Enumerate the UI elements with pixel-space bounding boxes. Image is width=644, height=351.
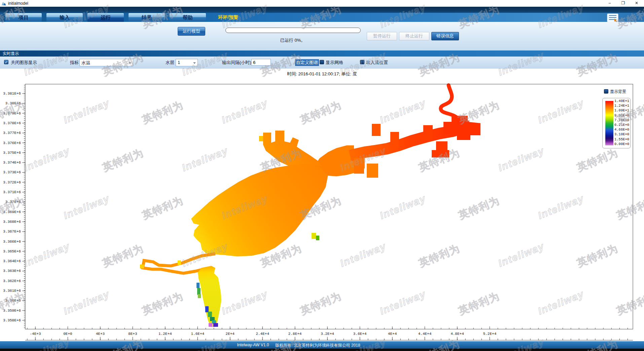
flow-positions-checkbox[interactable]: [360, 60, 364, 64]
y-axis-tick-label: 3.36E+6: [1, 299, 21, 303]
pause-run-button[interactable]: 暂停运行: [367, 32, 397, 40]
watermark-text: Inteliway: [378, 97, 428, 126]
progress-bar: [225, 28, 361, 33]
watermark-text: 英特利为: [298, 194, 344, 223]
tab-env-warning[interactable]: 环评/预警: [218, 14, 238, 21]
watermark-text: 英特利为: [101, 146, 146, 175]
watermark-text: 英特利为: [575, 146, 620, 175]
watermark-text: Inteliway: [338, 145, 388, 174]
watermark-text: Inteliway: [22, 240, 72, 269]
watermark-text: Inteliway: [180, 240, 230, 269]
x-axis-tick-label: 8E+3: [119, 332, 146, 336]
watermark-text: 英特利为: [575, 242, 620, 271]
watermark-text: Inteliway: [378, 288, 428, 317]
legend-value-label: 3.10E+0: [614, 132, 629, 136]
app-window: initialmodel – ❐ ✕ 项目输入运行结果帮助 环评/预警 运行模型…: [0, 0, 644, 351]
x-axis-tick-label: 4.8E+4: [444, 332, 471, 336]
show-background-checkbox[interactable]: [604, 89, 608, 94]
legend-value-label: 4.66E+0: [614, 128, 629, 132]
legend-value-label: 9.31E+0: [614, 113, 629, 117]
flow-positions-label: 出入流位置: [366, 60, 388, 66]
run-status-text: 已运行 0%。: [225, 37, 360, 43]
tab-input[interactable]: 输入: [46, 13, 83, 22]
y-axis-tick-label: 3.358E+6: [1, 318, 21, 322]
tab-run[interactable]: 运行: [87, 13, 124, 22]
x-axis-tick-label: 0E+0: [54, 332, 81, 336]
y-axis-tick-label: 3.376E+6: [1, 141, 21, 145]
y-axis-tick-label: 3.38E+6: [1, 101, 21, 105]
x-axis-tick-label: 5.2E+4: [476, 332, 503, 336]
y-axis-tick-label: 3.369E+6: [1, 210, 21, 214]
x-axis-tick-label: 3.2E+4: [314, 332, 341, 336]
y-axis-tick-label: 3.365E+6: [1, 249, 21, 253]
y-axis-tick-label: 3.359E+6: [1, 309, 21, 313]
show-grid-checkbox[interactable]: [320, 60, 324, 64]
legend-value-label: 6.21E+0: [614, 123, 629, 127]
y-axis-tick-label: 3.371E+6: [1, 190, 21, 194]
chart-time-label: 时间: 2016-01-01 12:00:17; 单位: 度: [0, 71, 644, 77]
close-button[interactable]: ✕: [630, 0, 643, 7]
watermark-text: Inteliway: [62, 97, 111, 126]
interval-input[interactable]: [251, 59, 271, 66]
x-axis-tick-label: 1.2E+4: [152, 332, 179, 336]
legend-value-label: 7.76E+0: [614, 118, 629, 122]
legend-value-label: 1.24E+1: [614, 104, 629, 108]
watermark-text: 英特利为: [259, 146, 304, 175]
watermark-text: 英特利为: [457, 289, 502, 318]
watermark-text: Inteliway: [22, 145, 72, 174]
app-version-text: Intelway-AW V1.0: [226, 343, 280, 347]
legend-value-label: 0.00E+0: [614, 142, 629, 146]
watermark-text: Inteliway: [536, 288, 586, 317]
x-axis-tick-label: 4E+3: [87, 332, 114, 336]
watermark-text: Inteliway: [180, 145, 230, 174]
watermark-text: 英特利为: [417, 242, 462, 271]
x-axis-tick-label: 4E+4: [379, 332, 406, 336]
minimize-button[interactable]: –: [603, 0, 616, 7]
tab-help[interactable]: 帮助: [170, 13, 206, 22]
run-model-button[interactable]: 运行模型: [178, 27, 205, 36]
tab-project[interactable]: 项目: [5, 13, 42, 22]
chevron-down-icon: [129, 62, 131, 64]
x-axis-tick-label: 2E+4: [217, 332, 244, 336]
app-icon: [1, 1, 6, 6]
watermark-text: Inteliway: [378, 192, 428, 221]
watermark-text: 英特利为: [457, 194, 502, 223]
close-graph-checkbox[interactable]: [4, 60, 8, 64]
maximize-button[interactable]: ❐: [616, 0, 630, 7]
show-grid-label: 显示网格: [326, 60, 343, 66]
report-icon[interactable]: [607, 13, 618, 22]
watermark-text: Inteliway: [62, 192, 111, 221]
y-axis-tick-label: 3.366E+6: [1, 240, 21, 244]
ribbon-tab-bar: 项目输入运行结果帮助 环评/预警: [0, 13, 644, 22]
y-axis-tick-label: 3.37E+6: [1, 200, 21, 204]
y-axis-tick-label: 3.373E+6: [1, 170, 21, 174]
watermark-text: 英特利为: [457, 98, 502, 127]
legend-value-label: 1.40E+1: [614, 99, 629, 103]
watermark-text: 英特利为: [0, 289, 27, 318]
colorbar-gradient: [605, 101, 613, 145]
error-info-button[interactable]: 错误信息: [431, 32, 459, 40]
watermark-text: 英特利为: [101, 242, 146, 271]
show-background-label: 显示背景: [610, 89, 626, 95]
x-axis-tick-label: 3.6E+4: [347, 332, 373, 336]
y-axis-tick-label: 3.372E+6: [1, 180, 21, 184]
watermark-text: 英特利为: [0, 194, 27, 223]
watermark-text: 英特利为: [259, 242, 304, 271]
x-axis-tick-label: 2.8E+4: [282, 332, 309, 336]
watermark-text: Inteliway: [220, 288, 270, 317]
x-axis-tick-label: 4.4E+4: [412, 332, 438, 336]
y-axis-tick-label: 3.379E+6: [1, 111, 21, 115]
custom-palette-button[interactable]: 自定义图谱: [295, 59, 319, 66]
interval-label: 输出间隔(小时): [222, 60, 251, 66]
watermark-text: 英特利为: [140, 98, 185, 127]
copyright-text: 版权所有: 北京英特利为环境科技有限公司 2018: [275, 343, 360, 348]
y-axis-tick-label: 3.364E+6: [1, 259, 21, 263]
watermark-text: Inteliway: [536, 192, 586, 221]
tab-results[interactable]: 结果: [129, 13, 165, 22]
stop-run-button[interactable]: 终止运行: [399, 32, 429, 40]
indicator-select[interactable]: 水温: [79, 59, 133, 66]
watermark-text: Inteliway: [338, 240, 388, 269]
watermark-text: 英特利为: [298, 98, 344, 127]
layer-select[interactable]: 1: [176, 59, 198, 66]
chevron-down-icon: [193, 62, 196, 64]
